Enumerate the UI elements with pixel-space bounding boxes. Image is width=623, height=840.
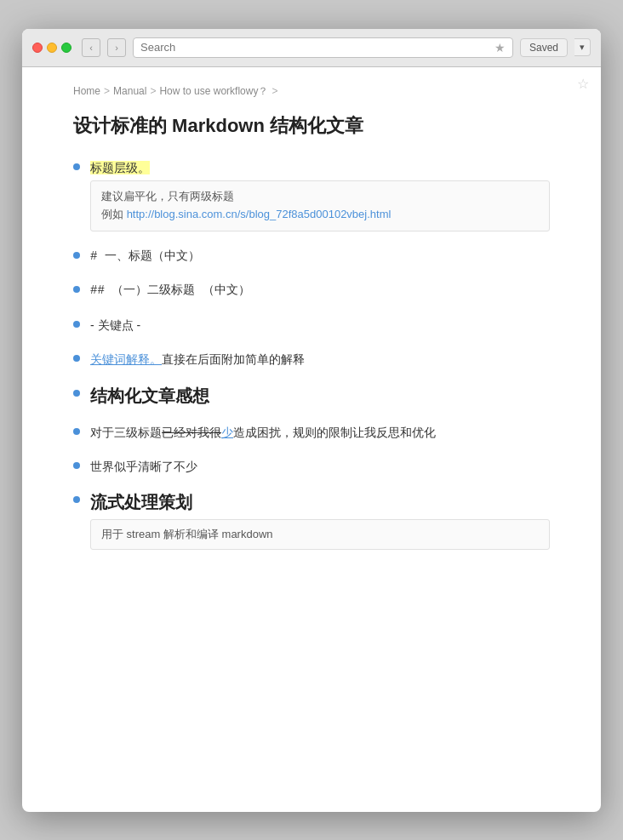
item-text: 世界似乎清晰了不少 [90, 457, 550, 476]
item-content: 结构化文章感想 [90, 385, 550, 408]
sub-note-block: 用于 stream 解析和编译 markdown [90, 519, 550, 550]
bookmark-icon[interactable]: ★ [494, 41, 506, 54]
section-heading: 流式处理策划 [90, 491, 550, 514]
item-content: # 一、标题（中文） [90, 247, 550, 266]
breadcrumb: Home > Manual > How to use workflowy？ > [73, 84, 550, 99]
list-item: 对于三级标题已经对我很少造成困扰，规则的限制让我反思和优化 [73, 423, 550, 442]
note-line-1: 建议扁平化，只有两级标题 [101, 188, 539, 206]
note-block: 建议扁平化，只有两级标题 例如 http://blog.sina.com.cn/… [90, 180, 550, 231]
bullet-dot [73, 321, 80, 328]
highlight-text: 标题层级。 [90, 161, 150, 174]
list-item: 世界似乎清晰了不少 [73, 457, 550, 476]
note-line-2: 例如 http://blog.sina.com.cn/s/blog_72f8a5… [101, 206, 539, 224]
keyword-link[interactable]: 关键词解释。 [90, 352, 162, 366]
bullet-dot [73, 355, 80, 362]
bullet-dot [73, 496, 80, 503]
browser-window: ‹ › ★ Saved ▾ ☆ Home > Manual > How to u… [22, 29, 601, 812]
saved-button[interactable]: Saved [520, 38, 568, 57]
item-text: 关键词解释。直接在后面附加简单的解释 [90, 350, 550, 369]
star-icon[interactable]: ☆ [577, 76, 589, 92]
traffic-lights [32, 43, 71, 53]
list-item: 关键词解释。直接在后面附加简单的解释 [73, 350, 550, 369]
bullet-dot [73, 462, 80, 469]
breadcrumb-sep-2: > [150, 85, 156, 97]
item-content: 关键词解释。直接在后面附加简单的解释 [90, 350, 550, 369]
breadcrumb-sep-1: > [104, 85, 110, 97]
section-heading: 结构化文章感想 [90, 385, 550, 408]
dropdown-button[interactable]: ▾ [574, 38, 591, 56]
item-content: 世界似乎清晰了不少 [90, 457, 550, 476]
titlebar: ‹ › ★ Saved ▾ [22, 29, 601, 67]
sub-note-text: 用于 stream 解析和编译 markdown [101, 528, 273, 540]
item-text: # 一、标题（中文） [90, 247, 550, 266]
content-area: ☆ Home > Manual > How to use workflowy？ … [22, 67, 601, 812]
item-text: ## （一）二级标题 （中文） [90, 281, 550, 300]
breadcrumb-manual[interactable]: Manual [113, 85, 146, 97]
item-text: 对于三级标题已经对我很少造成困扰，规则的限制让我反思和优化 [90, 423, 550, 442]
list-item: - 关键点 - [73, 316, 550, 334]
item-content: - 关键点 - [90, 316, 550, 334]
underline-text: 少 [221, 426, 233, 439]
bullet-dot [73, 163, 80, 170]
list-item: ## （一）二级标题 （中文） [73, 281, 550, 300]
bullet-dot [73, 428, 80, 435]
bullet-dot [73, 390, 80, 397]
breadcrumb-home[interactable]: Home [73, 85, 100, 97]
item-text: 标题层级。 [90, 158, 550, 177]
close-button[interactable] [32, 43, 43, 53]
section-item: 结构化文章感想 [73, 385, 550, 408]
page-title: 设计标准的 Markdown 结构化文章 [73, 114, 550, 139]
search-bar: ★ [133, 37, 513, 58]
list-item: 标题层级。 建议扁平化，只有两级标题 例如 http://blog.sina.c… [73, 158, 550, 231]
breadcrumb-sep-3: > [271, 85, 277, 97]
maximize-button[interactable] [61, 43, 71, 53]
bullet-dot [73, 252, 80, 259]
forward-button[interactable]: › [107, 38, 126, 57]
bullet-dot [73, 286, 80, 293]
item-content: 对于三级标题已经对我很少造成困扰，规则的限制让我反思和优化 [90, 423, 550, 442]
item-content: ## （一）二级标题 （中文） [90, 281, 550, 300]
item-text: - 关键点 - [90, 316, 550, 334]
item-content: 流式处理策划 用于 stream 解析和编译 markdown [90, 491, 550, 550]
list-item: # 一、标题（中文） [73, 247, 550, 266]
item-content: 标题层级。 建议扁平化，只有两级标题 例如 http://blog.sina.c… [90, 158, 550, 231]
minimize-button[interactable] [47, 43, 57, 53]
section-item: 流式处理策划 用于 stream 解析和编译 markdown [73, 491, 550, 550]
breadcrumb-howto[interactable]: How to use workflowy？ [159, 84, 268, 99]
note-link[interactable]: http://blog.sina.com.cn/s/blog_72f8a5d00… [127, 208, 392, 220]
search-input[interactable] [140, 41, 491, 54]
strikethrough-text: 已经对我很 [162, 426, 221, 439]
back-button[interactable]: ‹ [82, 38, 100, 57]
